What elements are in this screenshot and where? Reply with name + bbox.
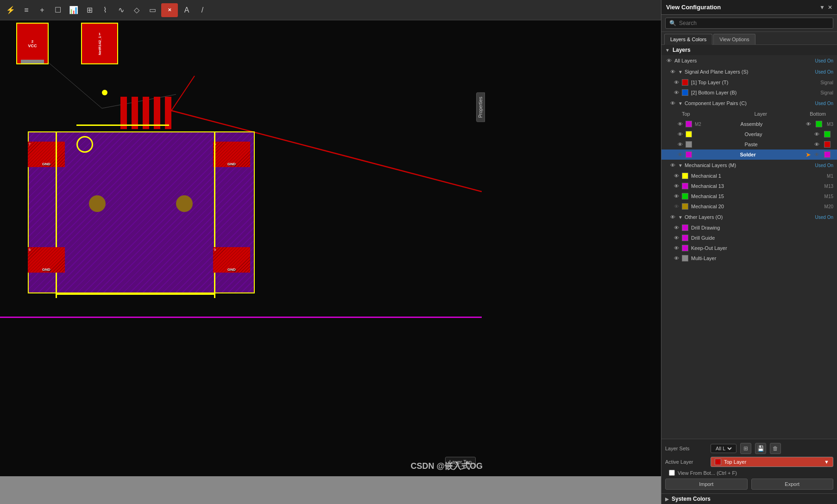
toolbar-text-btn[interactable]: A xyxy=(180,3,194,17)
layer-row-top[interactable]: 👁 [1] Top Layer (T) Signal xyxy=(661,77,837,87)
comp-pairs-arrow: ▼ xyxy=(678,101,683,106)
close-icon[interactable]: ✕ xyxy=(828,4,832,11)
all-layers-group[interactable]: 👁 All Layers Used On xyxy=(661,55,837,66)
paste-bottom-swatch[interactable] xyxy=(824,141,831,148)
overlay-bottom-swatch[interactable] xyxy=(824,131,831,137)
solder-top-eye[interactable]: 👁 xyxy=(676,151,684,158)
tab-layers-colors[interactable]: Layers & Colors xyxy=(664,34,712,45)
top-layer-swatch[interactable] xyxy=(682,79,688,86)
search-input[interactable] xyxy=(679,20,829,26)
other-layers-eye[interactable]: 👁 xyxy=(669,213,676,221)
multi-swatch[interactable] xyxy=(682,255,688,261)
signal-plane-eye[interactable]: 👁 xyxy=(669,68,676,75)
mechanical-eye[interactable]: 👁 xyxy=(669,162,676,169)
toolbar-add-btn[interactable]: + xyxy=(35,3,49,17)
component-pairs-group[interactable]: 👁 ▼ Component Layer Pairs (C) Used On xyxy=(661,98,837,109)
layer-pair-paste[interactable]: 👁 Paste 👁 xyxy=(661,139,837,149)
pair-layer-header: Layer xyxy=(735,111,787,117)
toolbar-wave-btn[interactable]: ∿ xyxy=(114,3,128,17)
other-layers-group[interactable]: 👁 ▼ Other Layers (O) Used On xyxy=(661,212,837,223)
mech13-eye[interactable]: 👁 xyxy=(673,182,680,190)
system-colors-header[interactable]: ▶ System Colors xyxy=(665,496,833,502)
paste-bottom-eye[interactable]: 👁 xyxy=(813,141,820,148)
toolbar-filter-btn[interactable]: ⚡ xyxy=(4,3,18,17)
toolbar-rect-btn[interactable]: ▭ xyxy=(145,3,159,17)
paste-top-swatch[interactable] xyxy=(686,141,692,148)
keepout-eye[interactable]: 👁 xyxy=(673,244,680,252)
toolbar: ⚡ ≡ + ☐ 📊 ⊞ ⌇ ∿ ◇ ▭ ✕ A / xyxy=(0,0,661,20)
overlay-bottom-eye[interactable]: 👁 xyxy=(813,131,820,138)
layer-pair-overlay[interactable]: 👁 Overlay 👁 xyxy=(661,129,837,139)
layers-panel-content: ▼ Layers 👁 All Layers Used On 👁 ▼ Signal… xyxy=(661,45,837,439)
toolbar-via-btn[interactable]: ◇ xyxy=(130,3,144,17)
multi-eye[interactable]: 👁 xyxy=(673,255,680,262)
layer-row-mech1[interactable]: 👁 Mechanical 1 M1 xyxy=(661,171,837,181)
gnd-pad-8: GND 8 xyxy=(28,247,65,273)
toolbar-active-layer-indicator[interactable]: ✕ xyxy=(161,3,178,17)
layer-row-drill-guide[interactable]: 👁 Drill Guide xyxy=(661,233,837,243)
bottom-layer-eye[interactable]: 👁 xyxy=(673,89,680,96)
mech15-eye[interactable]: 👁 xyxy=(673,193,680,200)
bottom-layer-swatch[interactable] xyxy=(682,89,688,96)
pin-icon[interactable]: ▼ xyxy=(819,4,825,11)
toolbar-layers-btn[interactable]: ≡ xyxy=(19,3,33,17)
layer-sets-select[interactable]: All L xyxy=(714,445,733,452)
layer-pair-solder[interactable]: 👁 Solder ➤ 👁 xyxy=(661,149,837,160)
drill-drawing-swatch[interactable] xyxy=(682,224,688,231)
overlay-top-eye[interactable]: 👁 xyxy=(676,131,684,138)
toolbar-select-btn[interactable]: ☐ xyxy=(51,3,65,17)
layer-row-mech13[interactable]: 👁 Mechanical 13 M13 xyxy=(661,181,837,191)
toolbar-route-btn[interactable]: ⌇ xyxy=(98,3,112,17)
view-from-bot-checkbox[interactable] xyxy=(669,470,675,476)
mech20-swatch[interactable] xyxy=(682,203,688,210)
mech20-name: Mechanical 20 xyxy=(691,204,823,209)
mech13-swatch[interactable] xyxy=(682,183,688,189)
keepout-swatch[interactable] xyxy=(682,245,688,251)
assembly-top-swatch[interactable] xyxy=(686,121,692,127)
assembly-right: 👁 M3 xyxy=(805,120,833,128)
overlay-top-swatch[interactable] xyxy=(686,131,692,137)
pcb-main-canvas[interactable]: 2 VCC 1 NetR142_1 GND 7 xyxy=(0,20,661,476)
top-layer-eye[interactable]: 👁 xyxy=(673,79,680,86)
layer-sets-icon1[interactable]: ⊞ xyxy=(740,443,751,454)
paste-top-eye[interactable]: 👁 xyxy=(676,141,684,148)
drill-guide-swatch[interactable] xyxy=(682,235,688,241)
toolbar-line-btn[interactable]: / xyxy=(195,3,209,17)
solder-top-swatch[interactable] xyxy=(686,151,692,158)
assembly-top-eye[interactable]: 👁 xyxy=(676,120,684,128)
action-buttons: Import Export xyxy=(665,479,833,490)
layers-section-header[interactable]: ▼ Layers xyxy=(661,45,837,55)
comp-pairs-eye[interactable]: 👁 xyxy=(669,100,676,107)
layer-row-keepout[interactable]: 👁 Keep-Out Layer xyxy=(661,243,837,253)
solder-bottom-swatch[interactable] xyxy=(824,151,831,158)
layer-row-bottom[interactable]: 👁 [2] Bottom Layer (B) Signal xyxy=(661,87,837,98)
layer-pair-assembly[interactable]: 👁 M2 Assembly 👁 M3 xyxy=(661,119,837,129)
import-button[interactable]: Import xyxy=(665,479,748,490)
toolbar-chart-btn[interactable]: 📊 xyxy=(67,3,81,17)
board-outline-bottom xyxy=(56,293,214,295)
layer-row-mech20[interactable]: 👁 Mechanical 20 M20 xyxy=(661,201,837,212)
assembly-bottom-eye[interactable]: 👁 xyxy=(805,120,812,128)
all-layers-eye[interactable]: 👁 xyxy=(665,57,673,64)
panel-title: View Configuration xyxy=(666,4,721,11)
mech1-eye[interactable]: 👁 xyxy=(673,172,680,180)
drill-drawing-eye[interactable]: 👁 xyxy=(673,224,680,231)
active-layer-dropdown[interactable]: Top Layer ▼ xyxy=(711,457,833,467)
solder-bottom-eye[interactable]: 👁 xyxy=(813,151,820,158)
tab-view-options[interactable]: View Options xyxy=(713,34,755,44)
layer-sets-icon3[interactable]: 🗑 xyxy=(770,443,781,454)
layer-row-drill-drawing[interactable]: 👁 Drill Drawing xyxy=(661,223,837,233)
mech1-swatch[interactable] xyxy=(682,173,688,179)
layer-sets-icon2[interactable]: 💾 xyxy=(755,443,766,454)
layer-row-multi[interactable]: 👁 Multi-Layer xyxy=(661,253,837,263)
mech20-eye[interactable]: 👁 xyxy=(673,203,680,210)
mechanical-layers-group[interactable]: 👁 ▼ Mechanical Layers (M) Used On xyxy=(661,160,837,171)
drill-guide-eye[interactable]: 👁 xyxy=(673,234,680,242)
layer-row-mech15[interactable]: 👁 Mechanical 15 M15 xyxy=(661,191,837,201)
assembly-bottom-swatch[interactable] xyxy=(816,121,822,127)
signal-plane-group[interactable]: 👁 ▼ Signal And Plane Layers (S) Used On xyxy=(661,66,837,77)
export-button[interactable]: Export xyxy=(751,479,834,490)
mech15-swatch[interactable] xyxy=(682,193,688,199)
properties-side-tab[interactable]: Properties xyxy=(476,93,485,122)
toolbar-grid-btn[interactable]: ⊞ xyxy=(82,3,96,17)
